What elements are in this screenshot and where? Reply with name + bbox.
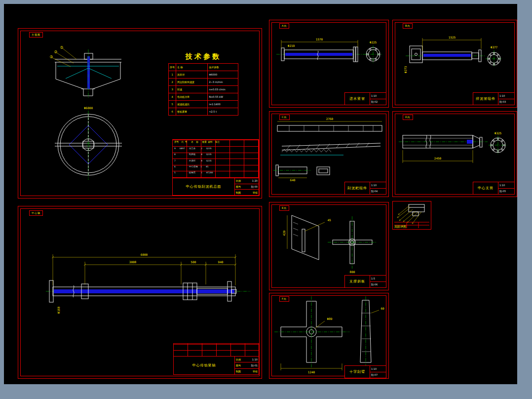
svg-text:Φ89: Φ89 [327,317,333,320]
svg-text:1525: 1525 [449,36,456,39]
shaft-body: Φ168 [46,280,250,314]
tube-dimensions: 2450 Φ325 [403,131,502,163]
tube-side-view [399,135,488,148]
sheet-general-assembly: 主视图 1 2 3 [18,28,262,199]
callout-leaders: 1 2 3 [50,45,76,67]
sheet-cross-arm: F向 1240 Φ89 60 [269,293,389,379]
sheet-support-plate: E向 420 45 800 支撑斜板 [269,202,389,290]
svg-text:800: 800 [350,270,355,274]
svg-text:Φ325: Φ325 [494,131,502,135]
svg-text:420: 420 [282,230,286,236]
tank-plan-view: Φ6000 [55,106,122,180]
parts-list-strip [173,343,259,357]
parts-list: 序号 代 号 名 称 数量 材料 备注 9 GB97 法兰盘 2 Q235 8 … [172,139,259,178]
svg-text:640: 640 [290,178,296,182]
drawing-name: 刮泥耙组件 [345,182,370,194]
tech-params-title: 技术参数 [167,52,239,61]
dimension-chain: 6000 3008 500 940 [52,253,236,285]
view-tag: F向 [279,296,289,302]
drawing-name: 排泥管组件 [473,93,498,105]
detail-drawing: 局部详图 [393,201,431,229]
title-block: 进水竖管 1:10 刮-02 [344,92,386,105]
rake-elevation-view [280,143,380,155]
title-block: 刮泥耙组件 1:10 刮-04 [344,182,386,195]
svg-text:Φ219: Φ219 [288,44,295,47]
svg-text:Φ377: Φ377 [491,45,498,49]
cross-arm-plan-view: 1240 Φ89 [274,296,349,374]
svg-text:2: 2 [55,50,57,53]
sheet-scraper-rake: C向 2760 640 [269,111,389,197]
svg-text:6000: 6000 [141,253,148,256]
svg-text:Φ6000: Φ6000 [84,106,93,110]
svg-text:500: 500 [191,260,196,264]
cross-fitting-view: 800 [328,216,377,274]
view-tag: E向 [279,205,289,211]
drawing-name: 中心传动竖轴 [174,357,235,374]
flange-face-view [489,136,507,155]
svg-text:2760: 2760 [326,117,334,120]
sheet-inlet-pipe: A向 1570 Φ219 Φ225 [269,20,389,108]
sheet-main-shaft: 中心轴 6000 3008 500 940 [18,206,262,379]
view-tag: A向 [279,23,289,29]
rake-plan-view: 2760 [277,117,382,131]
view-tag: B向 [403,23,413,29]
title-block: 十字刮臂 1:10 刮-07 [344,365,386,378]
svg-text:Φ168: Φ168 [57,306,60,314]
sheet-local-detail: 局部详图 [392,201,431,230]
sheet-support-tube: D向 2450 Φ325 [392,111,517,197]
svg-text:Φ273: Φ273 [404,66,407,73]
title-block: 排泥管组件 1:10 刮-03 [473,92,515,105]
view-tag: 中心轴 [29,210,43,216]
svg-text:60: 60 [380,307,384,310]
svg-text:3: 3 [50,55,52,58]
svg-text:1240: 1240 [308,370,315,374]
title-block: 支撑斜板 1:5 刮-06 [344,275,386,288]
view-tag: C向 [279,115,290,120]
drawing-name: 十字刮臂 [345,366,370,378]
svg-text:940: 940 [218,260,224,264]
svg-text:3008: 3008 [129,260,137,264]
drawing-name: 中心支筒 [473,182,498,194]
svg-text:2450: 2450 [434,157,442,160]
blade-profile-view: 60 [360,296,384,367]
svg-text:1570: 1570 [316,38,323,41]
flange-face-view [364,45,382,63]
pipe-side-view [276,47,364,62]
detail-label: 局部详图 [394,225,406,229]
tank-section-view [55,49,121,99]
view-tag: D向 [403,115,413,120]
flange-face-view [486,50,502,67]
detail-cluster [397,204,424,224]
pipe-dimensions: 1570 Φ219 Φ225 [281,38,377,48]
title-block: 中心传动竖轴 比例1:10 图号刮-01 制图审核 [173,356,259,375]
drawing-name: 支撑斜板 [345,276,370,287]
title-block: 中心支筒 1:10 刮-05 [473,182,515,195]
drawing-name: 进水竖管 [345,93,370,105]
drawing-name: 中心传动刮泥机总图 [173,178,235,195]
tech-params-table: 技术参数 序号 名 称 技术参数 1 池直径 Φ6000 2 周边刮板线速度 2… [167,52,239,116]
clamp-detail [317,167,330,175]
bracket-detail [410,46,422,63]
svg-text:Φ225: Φ225 [370,40,377,44]
cad-canvas[interactable]: 主视图 1 2 3 [4,4,517,384]
svg-text:1: 1 [61,45,63,49]
svg-text:45: 45 [327,218,331,222]
view-tag: 主视图 [29,32,43,38]
title-block: 中心传动刮泥机总图 比例1:20 图号刮-00 制图审核 [172,178,259,196]
plate-view: 420 45 [282,215,331,260]
channel-detail: 640 [273,165,311,182]
sheet-sludge-pipe: B向 1525 Φ273 Φ377 [392,20,517,108]
